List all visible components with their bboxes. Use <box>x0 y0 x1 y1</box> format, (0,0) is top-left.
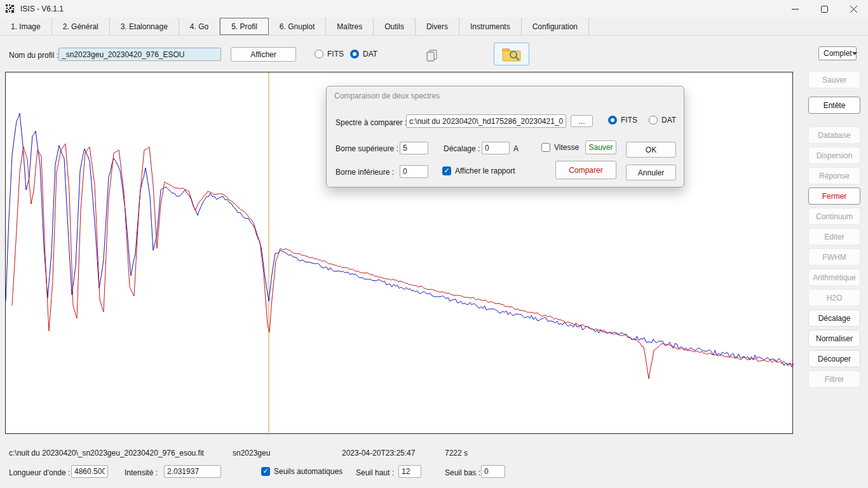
borne-inferieure-input[interactable] <box>400 165 428 178</box>
dialog-sauver-button[interactable]: Sauver <box>585 140 616 154</box>
tab-instruments[interactable]: Instruments <box>459 18 522 35</box>
sidebar-button-fwhm: FWHM <box>808 248 860 266</box>
sidebar-button-arithmetique: Arithmétique <box>808 269 860 286</box>
checkbox-icon <box>541 143 550 152</box>
comparer-button[interactable]: Comparer <box>555 161 616 179</box>
tab-6-gnuplot[interactable]: 6. Gnuplot <box>269 18 326 35</box>
sidebar: Sauver Entête Database Dispersion Répons… <box>808 71 862 391</box>
dialog-dat-radio[interactable]: DAT <box>649 116 676 125</box>
app-icon <box>5 4 15 14</box>
copy-icon <box>425 49 438 62</box>
profile-name-input[interactable] <box>58 48 221 61</box>
tab-divers[interactable]: Divers <box>416 18 459 35</box>
minimize-icon <box>792 6 799 13</box>
decalage-input[interactable] <box>482 142 510 154</box>
dat-radio-label: DAT <box>363 50 377 58</box>
afficher-button[interactable]: Afficher <box>231 47 296 62</box>
vitesse-label: Vitesse <box>554 143 579 152</box>
afficher-rapport-label: Afficher le rapport <box>455 166 515 175</box>
afficher-rapport-checkbox[interactable]: Afficher le rapport <box>442 166 515 175</box>
tab-5-profil[interactable]: 5. Profil <box>220 18 269 35</box>
threshold-low-input[interactable] <box>481 465 505 478</box>
sidebar-button-sauver: Sauver <box>808 71 860 88</box>
sidebar-button-continuum: Continuum <box>808 208 860 225</box>
wavelength-label: Longueur d'onde : <box>9 468 70 477</box>
profile-name-label: Nom du profil : <box>9 51 58 60</box>
sidebar-button-editer: Editer <box>808 228 860 245</box>
checkbox-icon <box>261 467 270 476</box>
copy-button[interactable] <box>421 46 442 65</box>
toolbar: Nom du profil : Afficher FITS DAT Comple… <box>0 36 868 72</box>
auto-thresholds-label: Seuils automatiques <box>274 467 342 476</box>
display-mode-value: Complet <box>824 49 852 58</box>
tab-outils[interactable]: Outils <box>374 18 416 35</box>
radio-icon <box>350 50 359 58</box>
decalage-label: Décalage : <box>444 144 480 153</box>
sidebar-button-database: Database <box>808 126 860 144</box>
intensity-label: Intensité : <box>125 468 158 477</box>
sidebar-button-fermer[interactable]: Fermer <box>808 187 860 205</box>
minimize-button[interactable] <box>780 0 810 18</box>
observation-date: 2023-04-20T23:25:47 <box>342 449 415 458</box>
tab-2-general[interactable]: 2. Général <box>52 18 110 35</box>
window-controls <box>780 0 868 18</box>
sidebar-button-reponse: Réponse <box>808 167 860 184</box>
radio-icon <box>608 116 617 125</box>
ok-button[interactable]: OK <box>626 142 676 158</box>
dialog-title: Comparaison de deux spectres <box>334 92 440 100</box>
borne-superieure-label: Borne supérieure : <box>336 144 398 153</box>
auto-thresholds-checkbox[interactable]: Seuils automatiques <box>261 467 342 476</box>
close-icon <box>850 6 857 13</box>
close-button[interactable] <box>839 0 868 18</box>
compare-path-input[interactable] <box>406 114 566 128</box>
annuler-button[interactable]: Annuler <box>626 165 676 180</box>
window-title: ISIS - V6.1.1 <box>20 4 64 13</box>
sidebar-button-filtrer: Filtrer <box>808 370 860 388</box>
radio-icon <box>315 50 323 58</box>
display-mode-select[interactable]: Complet <box>818 46 857 60</box>
threshold-high-label: Seuil haut : <box>356 468 394 477</box>
sidebar-button-normaliser[interactable]: Normaliser <box>808 330 860 347</box>
sidebar-button-decalage[interactable]: Décalage <box>808 309 860 327</box>
checkbox-icon <box>442 166 451 175</box>
vitesse-checkbox[interactable]: Vitesse <box>541 143 579 152</box>
maximize-button[interactable] <box>810 0 839 18</box>
title-bar: ISIS - V6.1.1 <box>0 0 868 18</box>
dialog-fits-radio[interactable]: FITS <box>608 116 637 125</box>
wavelength-input[interactable] <box>71 465 108 478</box>
decalage-unit-label: A <box>513 144 519 153</box>
dialog-fits-radio-label: FITS <box>621 116 637 125</box>
sidebar-button-h2o: H2O <box>808 289 860 306</box>
open-compare-button[interactable] <box>494 43 529 65</box>
radio-icon <box>649 116 658 125</box>
folder-search-icon <box>501 46 522 62</box>
exposure-time: 7222 s <box>445 449 468 458</box>
threshold-low-label: Seuil bas : <box>445 468 480 477</box>
borne-inferieure-label: Borne inférieure : <box>336 168 394 177</box>
file-path: c:\nuit du 20230420\_sn2023geu_20230420_… <box>9 449 204 458</box>
sidebar-button-decouper[interactable]: Découper <box>808 350 860 367</box>
borne-superieure-input[interactable] <box>400 142 428 154</box>
compare-path-label: Spectre à comparer : <box>336 118 407 127</box>
sidebar-button-dispersion: Dispersion <box>808 147 860 164</box>
tab-maitres[interactable]: Maîtres <box>326 18 374 35</box>
fits-radio[interactable]: FITS <box>315 50 344 58</box>
object-name: sn2023geu <box>233 449 270 458</box>
chevron-down-icon <box>852 52 857 55</box>
dialog-dat-radio-label: DAT <box>661 116 676 125</box>
compare-dialog: Comparaison de deux spectres Spectre à c… <box>326 86 684 187</box>
browse-button[interactable]: ... <box>571 115 593 127</box>
sidebar-button-entete[interactable]: Entête <box>808 97 860 114</box>
tab-3-etalonnage[interactable]: 3. Etalonnage <box>110 18 179 35</box>
maximize-icon <box>821 6 828 13</box>
intensity-input[interactable] <box>164 465 221 478</box>
tab-1-image[interactable]: 1. Image <box>0 18 52 35</box>
threshold-high-input[interactable] <box>398 465 421 478</box>
tab-4-go[interactable]: 4. Go <box>179 18 220 35</box>
tab-configuration[interactable]: Configuration <box>522 18 589 35</box>
tab-bar: 1. Image 2. Général 3. Etalonnage 4. Go … <box>0 18 868 36</box>
dat-radio[interactable]: DAT <box>350 50 377 58</box>
fits-radio-label: FITS <box>327 50 344 58</box>
